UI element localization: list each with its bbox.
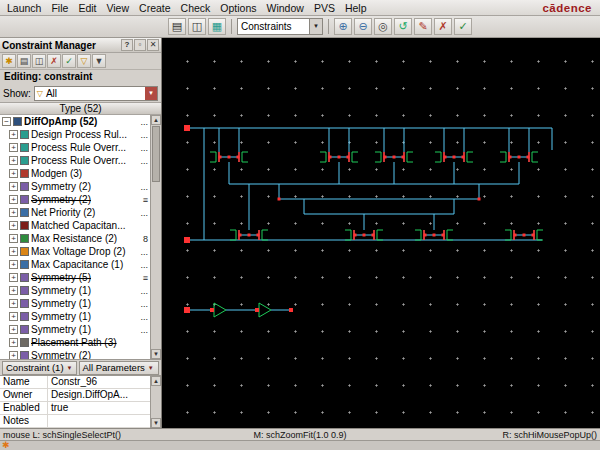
copy-constraint-icon[interactable]: ◫ xyxy=(32,54,46,68)
tree-item[interactable]: +Design Process Rul...... xyxy=(0,128,150,141)
check-icon[interactable]: ✓ xyxy=(454,18,472,35)
properties-scrollbar[interactable]: ▲ ▼ xyxy=(150,376,161,428)
chevron-down-icon[interactable]: ▼ xyxy=(145,87,157,100)
edit-icon[interactable]: ✎ xyxy=(414,18,432,35)
expand-icon[interactable]: + xyxy=(9,156,18,165)
expand-icon[interactable]: + xyxy=(9,351,18,359)
expand-icon[interactable]: + xyxy=(9,143,18,152)
expand-icon[interactable]: + xyxy=(9,299,18,308)
tree-item[interactable]: +Process Rule Overr...... xyxy=(0,141,150,154)
tree-item[interactable]: +Matched Capacitan... xyxy=(0,219,150,232)
tree-item[interactable]: +Symmetry (1)... xyxy=(0,310,150,323)
tree-scrollbar[interactable]: ▲ ▼ xyxy=(150,115,161,359)
tree-item[interactable]: +Placement Path (3) xyxy=(0,336,150,349)
expand-icon[interactable]: + xyxy=(9,260,18,269)
menu-options[interactable]: Options xyxy=(215,1,261,15)
workspace-combo[interactable]: Constraints ▼ xyxy=(237,18,323,35)
panel-title-bar[interactable]: Constraint Manager ? ▫ ✕ xyxy=(0,38,161,53)
grid-icon[interactable]: ▦ xyxy=(208,18,226,35)
show-filter-combo[interactable]: ▽ All ▼ xyxy=(34,86,158,101)
menu-edit[interactable]: Edit xyxy=(73,1,101,15)
tree-item-value[interactable]: ≡ xyxy=(134,273,150,283)
tree-item-value[interactable]: ... xyxy=(134,143,150,153)
tree-item-value[interactable]: ... xyxy=(134,208,150,218)
doc-icon[interactable]: ▤ xyxy=(17,54,31,68)
doc-icon[interactable]: ▤ xyxy=(168,18,186,35)
tree-item-value[interactable]: ... xyxy=(134,260,150,270)
tree-item[interactable]: +Max Capacitance (1)... xyxy=(0,258,150,271)
menu-file[interactable]: File xyxy=(46,1,73,15)
zoom-out-icon[interactable]: ⊖ xyxy=(354,18,372,35)
tree-item[interactable]: +Max Voltage Drop (2)... xyxy=(0,245,150,258)
float-icon[interactable]: ▫ xyxy=(134,39,146,51)
new-constraint-icon[interactable]: ✱ xyxy=(2,54,16,68)
tree-item-value[interactable]: ... xyxy=(134,325,150,335)
schematic-canvas[interactable] xyxy=(162,38,600,428)
taskbar-launcher-icon[interactable]: ✱ xyxy=(2,441,10,450)
expand-icon[interactable]: + xyxy=(9,286,18,295)
tree-item[interactable]: +Symmetry (1)... xyxy=(0,284,150,297)
tree-item[interactable]: +Symmetry (1)... xyxy=(0,297,150,310)
tree-item-value[interactable]: ... xyxy=(134,130,150,140)
property-row[interactable]: NameConstr_96 xyxy=(0,376,150,389)
menu-launch[interactable]: Launch xyxy=(2,1,46,15)
tree-item[interactable]: +Symmetry (2)≡ xyxy=(0,193,150,206)
expand-icon[interactable]: + xyxy=(9,234,18,243)
more-options-icon[interactable]: ▼ xyxy=(92,54,106,68)
tree-item-value[interactable]: 8 xyxy=(134,234,150,244)
menu-pvs[interactable]: PVS xyxy=(309,1,340,15)
scroll-down-icon[interactable]: ▼ xyxy=(151,349,161,359)
tree-item-value[interactable]: ... xyxy=(134,182,150,192)
expand-icon[interactable]: + xyxy=(9,195,18,204)
property-value[interactable]: Constr_96 xyxy=(48,376,150,388)
tree-item[interactable]: +Process Rule Overr...... xyxy=(0,154,150,167)
expand-icon[interactable]: + xyxy=(9,208,18,217)
expand-icon[interactable]: + xyxy=(9,182,18,191)
zoom-in-icon[interactable]: ⊕ xyxy=(334,18,352,35)
tree-item[interactable]: +Symmetry (2)... xyxy=(0,180,150,193)
scrollbar-thumb[interactable] xyxy=(152,126,160,182)
tree-item[interactable]: +Modgen (3) xyxy=(0,167,150,180)
property-value[interactable] xyxy=(48,415,150,427)
expand-icon[interactable]: + xyxy=(9,130,18,139)
scroll-down-icon[interactable]: ▼ xyxy=(151,418,161,428)
help-icon[interactable]: ? xyxy=(121,39,133,51)
tree-item[interactable]: +Symmetry (2) xyxy=(0,349,150,359)
property-value[interactable]: true xyxy=(48,402,150,414)
validate-icon[interactable]: ✓ xyxy=(62,54,76,68)
filter-icon[interactable]: ▽ xyxy=(77,54,91,68)
delete-icon[interactable]: ✗ xyxy=(434,18,452,35)
tree-item[interactable]: +Symmetry (1)... xyxy=(0,323,150,336)
property-row[interactable]: OwnerDesign.DiffOpA... xyxy=(0,389,150,402)
property-value[interactable]: Design.DiffOpA... xyxy=(48,389,150,401)
undo-icon[interactable]: ↺ xyxy=(394,18,412,35)
parameters-selector[interactable]: All Parameters ▼ xyxy=(79,361,159,375)
expand-icon[interactable]: + xyxy=(9,312,18,321)
delete-constraint-icon[interactable]: ✗ xyxy=(47,54,61,68)
tree-item-value[interactable]: ≡ xyxy=(134,195,150,205)
property-row[interactable]: Enabledtrue xyxy=(0,402,150,415)
tree-column-header[interactable]: Type (52) xyxy=(0,102,161,115)
expand-icon[interactable]: + xyxy=(9,273,18,282)
tree-item[interactable]: +Net Priority (2)... xyxy=(0,206,150,219)
menu-window[interactable]: Window xyxy=(262,1,309,15)
expand-icon[interactable]: + xyxy=(9,325,18,334)
expand-icon[interactable]: + xyxy=(9,247,18,256)
tree-item-value[interactable]: ... xyxy=(134,247,150,257)
zoom-fit-icon[interactable]: ◎ xyxy=(374,18,392,35)
tree-item-value[interactable]: ... xyxy=(134,299,150,309)
expand-icon[interactable]: + xyxy=(9,169,18,178)
tree-item-value[interactable]: ... xyxy=(134,286,150,296)
close-icon[interactable]: ✕ xyxy=(147,39,159,51)
constraint-selector[interactable]: Constraint (1) ▼ xyxy=(2,361,77,375)
tree-item-value[interactable]: ... xyxy=(134,156,150,166)
tree-item[interactable]: +Symmetry (5)≡ xyxy=(0,271,150,284)
expand-icon[interactable]: + xyxy=(9,338,18,347)
scroll-up-icon[interactable]: ▲ xyxy=(151,376,161,386)
property-row[interactable]: Notes xyxy=(0,415,150,428)
copy-icon[interactable]: ◫ xyxy=(188,18,206,35)
menu-help[interactable]: Help xyxy=(340,1,372,15)
tree-item-value[interactable]: ... xyxy=(134,312,150,322)
menu-check[interactable]: Check xyxy=(176,1,216,15)
tree-item[interactable]: −DiffOpAmp (52)... xyxy=(0,115,150,128)
